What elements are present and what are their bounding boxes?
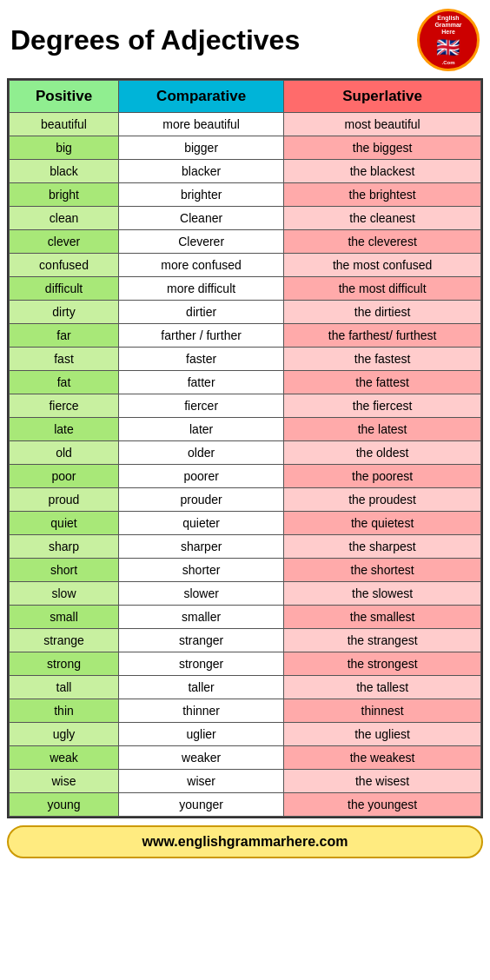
cell-superlative: the wisest bbox=[284, 770, 481, 793]
cell-comparative: bigger bbox=[119, 136, 284, 160]
cell-superlative: the oldest bbox=[284, 441, 481, 465]
table-row: brightbrighterthe brightest bbox=[10, 183, 481, 207]
cell-superlative: the tallest bbox=[284, 676, 481, 699]
title-area: Degrees of Adjectives EnglishGrammarHere… bbox=[7, 9, 483, 71]
cell-superlative: the poorest bbox=[284, 465, 481, 488]
table-row: bigbiggerthe biggest bbox=[10, 136, 481, 160]
table-row: oldolderthe oldest bbox=[10, 441, 481, 465]
cell-comparative: thinner bbox=[119, 699, 284, 723]
cell-positive: clever bbox=[10, 230, 119, 254]
table-row: beautifulmore beautifulmost beautiful bbox=[10, 113, 481, 136]
cell-superlative: the dirtiest bbox=[284, 301, 481, 324]
cell-comparative: more beautiful bbox=[119, 113, 284, 136]
cell-positive: quiet bbox=[10, 512, 119, 535]
cell-comparative: dirtier bbox=[119, 301, 284, 324]
cell-comparative: sharper bbox=[119, 535, 284, 559]
cell-positive: far bbox=[10, 324, 119, 348]
cell-superlative: the most difficult bbox=[284, 277, 481, 301]
adjectives-table-wrapper: Positive Comparative Superlative beautif… bbox=[7, 78, 483, 818]
cell-positive: small bbox=[10, 606, 119, 629]
cell-comparative: prouder bbox=[119, 488, 284, 512]
cell-positive: beautiful bbox=[10, 113, 119, 136]
cell-superlative: the slowest bbox=[284, 582, 481, 606]
table-row: uglyuglierthe ugliest bbox=[10, 723, 481, 746]
table-row: slowslowerthe slowest bbox=[10, 582, 481, 606]
cell-positive: thin bbox=[10, 699, 119, 723]
cell-comparative: fiercer bbox=[119, 394, 284, 418]
cell-superlative: the brightest bbox=[284, 183, 481, 207]
cell-positive: bright bbox=[10, 183, 119, 207]
cell-positive: young bbox=[10, 793, 119, 817]
cell-comparative: blacker bbox=[119, 160, 284, 183]
cell-comparative: fatter bbox=[119, 371, 284, 394]
header-positive: Positive bbox=[10, 81, 119, 113]
cell-superlative: the cleverest bbox=[284, 230, 481, 254]
cell-comparative: poorer bbox=[119, 465, 284, 488]
table-row: fatfatterthe fattest bbox=[10, 371, 481, 394]
header-superlative: Superlative bbox=[284, 81, 481, 113]
cell-positive: big bbox=[10, 136, 119, 160]
table-row: sharpsharperthe sharpest bbox=[10, 535, 481, 559]
table-row: difficultmore difficultthe most difficul… bbox=[10, 277, 481, 301]
cell-positive: slow bbox=[10, 582, 119, 606]
cell-comparative: uglier bbox=[119, 723, 284, 746]
cell-positive: weak bbox=[10, 746, 119, 770]
cell-superlative: the ugliest bbox=[284, 723, 481, 746]
table-row: youngyoungerthe youngest bbox=[10, 793, 481, 817]
cell-comparative: later bbox=[119, 418, 284, 441]
table-row: blackblackerthe blackest bbox=[10, 160, 481, 183]
cell-comparative: farther / further bbox=[119, 324, 284, 348]
cell-superlative: the sharpest bbox=[284, 535, 481, 559]
cell-superlative: the fattest bbox=[284, 371, 481, 394]
cell-comparative: weaker bbox=[119, 746, 284, 770]
table-header-row: Positive Comparative Superlative bbox=[10, 81, 481, 113]
cell-superlative: the strongest bbox=[284, 652, 481, 676]
cell-superlative: the most confused bbox=[284, 254, 481, 277]
cell-superlative: thinnest bbox=[284, 699, 481, 723]
cell-positive: strange bbox=[10, 629, 119, 652]
cell-comparative: stranger bbox=[119, 629, 284, 652]
cell-comparative: faster bbox=[119, 348, 284, 371]
cell-comparative: Cleaner bbox=[119, 207, 284, 230]
cell-superlative: the quietest bbox=[284, 512, 481, 535]
cell-comparative: Cleverer bbox=[119, 230, 284, 254]
table-row: latelaterthe latest bbox=[10, 418, 481, 441]
logo-flag: 🇬🇧 bbox=[436, 36, 460, 59]
cell-positive: poor bbox=[10, 465, 119, 488]
cell-superlative: the blackest bbox=[284, 160, 481, 183]
cell-superlative: the strangest bbox=[284, 629, 481, 652]
cell-superlative: the fastest bbox=[284, 348, 481, 371]
logo: EnglishGrammarHere 🇬🇧 .Com bbox=[417, 9, 480, 71]
cell-positive: confused bbox=[10, 254, 119, 277]
cell-comparative: older bbox=[119, 441, 284, 465]
cell-positive: dirty bbox=[10, 301, 119, 324]
cell-superlative: the cleanest bbox=[284, 207, 481, 230]
table-row: wisewiserthe wisest bbox=[10, 770, 481, 793]
table-row: farfarther / furtherthe farthest/ furthe… bbox=[10, 324, 481, 348]
logo-text-top: EnglishGrammarHere bbox=[434, 15, 461, 35]
header-comparative: Comparative bbox=[119, 81, 284, 113]
page-title: Degrees of Adjectives bbox=[10, 24, 417, 56]
cell-comparative: slower bbox=[119, 582, 284, 606]
table-row: poorpoorerthe poorest bbox=[10, 465, 481, 488]
cell-comparative: brighter bbox=[119, 183, 284, 207]
table-row: weakweakerthe weakest bbox=[10, 746, 481, 770]
cell-positive: late bbox=[10, 418, 119, 441]
cell-superlative: the biggest bbox=[284, 136, 481, 160]
table-row: strongstrongerthe strongest bbox=[10, 652, 481, 676]
cell-comparative: taller bbox=[119, 676, 284, 699]
table-row: fiercefiercerthe fiercest bbox=[10, 394, 481, 418]
cell-superlative: the farthest/ furthest bbox=[284, 324, 481, 348]
cell-superlative: the weakest bbox=[284, 746, 481, 770]
cell-positive: sharp bbox=[10, 535, 119, 559]
cell-positive: fat bbox=[10, 371, 119, 394]
cell-positive: difficult bbox=[10, 277, 119, 301]
table-row: cleanCleanerthe cleanest bbox=[10, 207, 481, 230]
cell-positive: short bbox=[10, 559, 119, 582]
cell-positive: clean bbox=[10, 207, 119, 230]
cell-superlative: the shortest bbox=[284, 559, 481, 582]
cell-positive: wise bbox=[10, 770, 119, 793]
logo-text-bottom: .Com bbox=[441, 60, 454, 65]
table-row: confusedmore confusedthe most confused bbox=[10, 254, 481, 277]
cell-comparative: shorter bbox=[119, 559, 284, 582]
